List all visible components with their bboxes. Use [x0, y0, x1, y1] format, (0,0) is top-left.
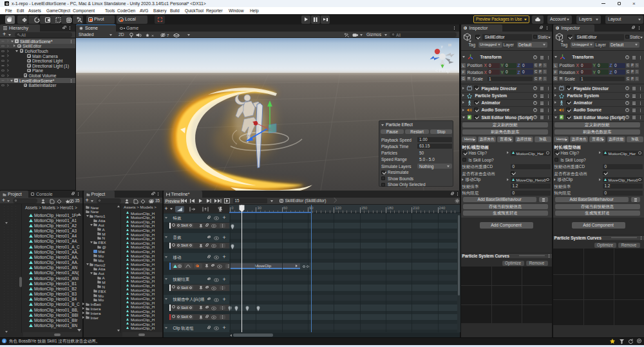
svg-text:7: 7 [167, 33, 169, 37]
svg-text:y: y [441, 44, 443, 48]
svg-text:< Persp: < Persp [435, 68, 450, 73]
